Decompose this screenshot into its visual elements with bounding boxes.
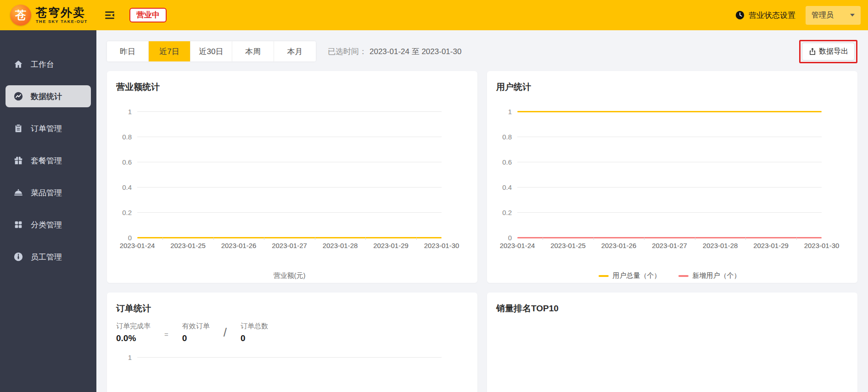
tab-week[interactable]: 本周 — [232, 41, 274, 61]
x-axis-tick — [162, 237, 163, 240]
sidebar-item-label: 数据统计 — [31, 91, 62, 102]
brand-subtitle: THE SKY TAKE-OUT — [36, 20, 88, 24]
x-axis-label: 2023-01-26 — [221, 242, 257, 249]
x-axis-tick — [315, 237, 315, 240]
order-icon — [13, 123, 23, 133]
chart-line — [137, 237, 442, 238]
legend-marker-icon — [599, 275, 609, 277]
business-status-badge: 营业中 — [129, 8, 167, 22]
user-stats-card: 用户统计 10.80.60.40.202023-01-242023-01-252… — [487, 71, 857, 283]
employee-icon — [13, 252, 23, 262]
gridline — [137, 187, 442, 188]
filter-toolbar: 昨日近7日近30日本周本月 已选时间：2023-01-24 至 2023-01-… — [107, 41, 857, 61]
x-axis-label: 2023-01-25 — [170, 242, 206, 249]
x-axis-tick — [416, 237, 417, 240]
data-export-button[interactable]: 数据导出 — [802, 43, 855, 61]
revenue-chart: 10.80.60.40.202023-01-242023-01-252023-0… — [137, 111, 442, 237]
tab-30days[interactable]: 近30日 — [190, 41, 232, 61]
menu-fold-icon[interactable] — [104, 9, 116, 21]
tab-month[interactable]: 本月 — [274, 41, 316, 61]
sidebar-item-combos[interactable]: 套餐管理 — [6, 149, 91, 171]
gridline — [137, 111, 442, 112]
sidebar-item-label: 菜品管理 — [31, 188, 62, 198]
revenue-chart-legend: 营业额(元) — [137, 271, 442, 280]
topbar-right-group: 营业状态设置 管理员 — [735, 6, 868, 25]
legend-item[interactable]: 新增用户（个） — [678, 271, 741, 280]
sidebar-item-categories[interactable]: 分类管理 — [6, 214, 91, 236]
x-axis-label: 2023-01-24 — [120, 242, 155, 249]
sales-top10-title: 销量排名TOP10 — [496, 303, 848, 315]
valid-orders-label: 有效订单 — [182, 322, 210, 331]
x-axis-label: 2023-01-28 — [323, 242, 358, 249]
selected-time-text: 已选时间：2023-01-24 至 2023-01-30 — [328, 46, 461, 57]
sidebar-item-workbench[interactable]: 工作台 — [6, 53, 91, 75]
selected-time-label: 已选时间： — [328, 47, 367, 56]
gridline — [517, 212, 822, 213]
total-orders-label: 订单总数 — [241, 322, 268, 331]
sidebar-item-statistics[interactable]: 数据统计 — [6, 85, 91, 107]
date-range-tabs: 昨日近7日近30日本周本月 — [107, 41, 316, 61]
brand-name: 苍穹外卖 — [36, 6, 88, 18]
order-card-title: 订单统计 — [116, 303, 468, 315]
total-orders-value: 0 — [241, 333, 268, 343]
x-axis-tick — [796, 237, 797, 240]
gridline — [137, 137, 442, 137]
business-status-setting-button[interactable]: 营业状态设置 — [735, 10, 795, 21]
user-chart: 10.80.60.40.202023-01-242023-01-252023-0… — [517, 111, 822, 237]
order-completion-stat: 订单完成率 0.0% — [116, 322, 151, 343]
legend-label: 营业额(元) — [274, 271, 306, 280]
home-icon — [13, 59, 23, 69]
y-axis-label: 1 — [128, 353, 132, 361]
admin-user-label: 管理员 — [812, 11, 834, 20]
chevron-down-icon — [850, 14, 855, 17]
order-stats-card: 订单统计 订单完成率 0.0% = 有效订单 0 / 订单总数 0 1 — [107, 293, 477, 392]
data-export-label: 数据导出 — [819, 47, 848, 56]
x-axis-tick — [745, 237, 746, 240]
gridline — [517, 137, 822, 137]
sales-top10-card: 销量排名TOP10 — [487, 293, 857, 392]
export-annotation-box: 数据导出 — [799, 40, 857, 63]
sidebar-item-orders[interactable]: 订单管理 — [6, 117, 91, 139]
legend-label: 新增用户（个） — [693, 271, 741, 280]
x-axis-tick — [264, 237, 264, 240]
business-status-setting-label: 营业状态设置 — [749, 10, 795, 21]
sidebar-item-label: 员工管理 — [31, 252, 62, 262]
legend-item[interactable]: 用户总量（个） — [599, 271, 661, 280]
chart-line — [517, 111, 822, 112]
sidebar-item-label: 分类管理 — [31, 220, 62, 230]
user-card-title: 用户统计 — [496, 81, 848, 93]
sidebar-item-label: 套餐管理 — [31, 155, 62, 166]
x-axis-label: 2023-01-30 — [424, 242, 459, 249]
brand-logo-icon: 苍 — [10, 5, 31, 26]
order-stats-row: 订单完成率 0.0% = 有效订单 0 / 订单总数 0 — [116, 322, 468, 343]
total-orders-stat: 订单总数 0 — [241, 322, 268, 343]
x-axis-label: 2023-01-26 — [601, 242, 637, 249]
gridline — [517, 162, 822, 162]
x-axis-tick — [213, 237, 214, 240]
legend-item: 营业额(元) — [274, 271, 306, 280]
sidebar-item-label: 订单管理 — [31, 123, 62, 134]
y-axis-label: 1 — [128, 108, 132, 116]
gridline — [137, 357, 442, 358]
brand-logo: 苍 苍穹外卖 THE SKY TAKE-OUT — [0, 5, 96, 26]
brand-text: 苍穹外卖 THE SKY TAKE-OUT — [36, 6, 88, 24]
gridline — [137, 212, 442, 213]
admin-user-dropdown[interactable]: 管理员 — [806, 6, 861, 25]
tab-yesterday[interactable]: 昨日 — [107, 41, 149, 61]
combo-icon — [13, 155, 23, 166]
sidebar-item-dishes[interactable]: 菜品管理 — [6, 182, 91, 204]
sidebar-item-employees[interactable]: 员工管理 — [6, 246, 91, 268]
order-completion-label: 订单完成率 — [116, 322, 151, 331]
revenue-card-title: 营业额统计 — [116, 81, 468, 93]
tab-7days[interactable]: 近7日 — [149, 41, 190, 61]
x-axis-tick — [543, 237, 543, 240]
sidebar-item-label: 工作台 — [31, 59, 54, 70]
valid-orders-stat: 有效订单 0 — [182, 322, 210, 343]
y-axis-label: 0 — [508, 234, 512, 242]
x-axis-tick — [594, 237, 594, 240]
y-axis-label: 0.4 — [122, 183, 132, 191]
gridline — [517, 187, 822, 188]
sidebar-nav: 工作台数据统计订单管理套餐管理菜品管理分类管理员工管理 — [0, 30, 96, 392]
x-axis-label: 2023-01-29 — [373, 242, 409, 249]
y-axis-label: 1 — [508, 108, 512, 116]
